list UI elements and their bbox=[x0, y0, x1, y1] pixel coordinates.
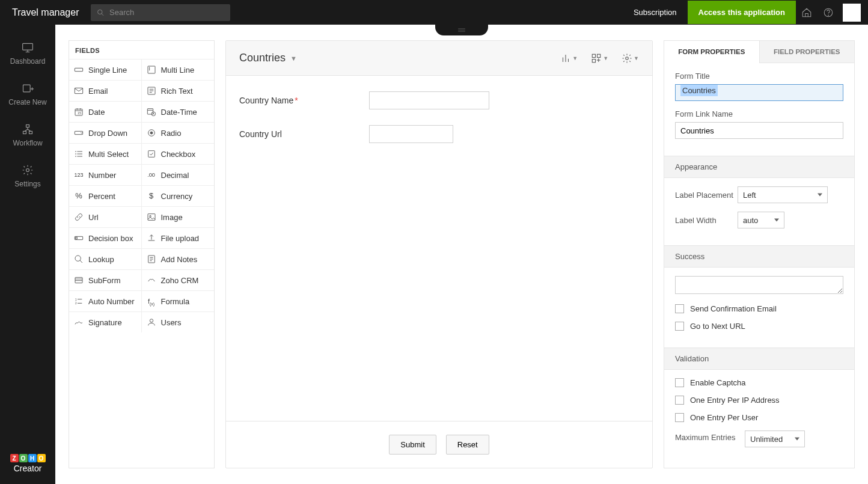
field-date[interactable]: 15Date bbox=[69, 101, 142, 122]
home-button[interactable] bbox=[796, 0, 818, 25]
textarea-success-message[interactable] bbox=[675, 276, 843, 294]
svg-rect-48 bbox=[148, 151, 154, 158]
svg-rect-70 bbox=[592, 54, 595, 57]
svg-line-1 bbox=[102, 13, 103, 15]
input-country-url[interactable] bbox=[369, 125, 453, 143]
percent-icon: % bbox=[74, 191, 84, 201]
nav-settings[interactable]: Settings bbox=[0, 156, 55, 197]
svg-text:2: 2 bbox=[75, 302, 77, 305]
date-icon: 15 bbox=[74, 107, 84, 117]
field-add-notes[interactable]: Add Notes bbox=[142, 248, 215, 269]
svg-rect-11 bbox=[23, 131, 26, 133]
svg-rect-39 bbox=[75, 131, 82, 134]
svg-rect-4 bbox=[23, 43, 33, 50]
checkbox-one-entry-ip[interactable] bbox=[675, 396, 684, 405]
drag-handle[interactable] bbox=[435, 25, 488, 35]
gear-icon bbox=[622, 53, 632, 64]
app-title: Travel manager bbox=[12, 7, 79, 18]
canvas-body[interactable]: Country Name* Country Url bbox=[226, 76, 652, 421]
checkbox-enable-captcha[interactable] bbox=[675, 378, 684, 387]
field-zoho-crm[interactable]: Zoho CRM bbox=[142, 269, 215, 290]
field-multi-select[interactable]: Multi Select bbox=[69, 143, 142, 164]
field-decimal[interactable]: .00Decimal bbox=[142, 164, 215, 185]
svg-rect-72 bbox=[592, 59, 595, 62]
form-row-country-name[interactable]: Country Name* bbox=[239, 91, 639, 109]
decision-box-icon bbox=[74, 233, 84, 243]
tab-form-properties[interactable]: FORM PROPERTIES bbox=[664, 41, 760, 63]
svg-text:1: 1 bbox=[75, 298, 77, 301]
input-form-link-name[interactable] bbox=[675, 122, 843, 139]
subform-icon bbox=[74, 275, 84, 285]
search-box[interactable] bbox=[91, 4, 230, 21]
nav-dashboard[interactable]: Dashboard bbox=[0, 33, 55, 74]
field-email[interactable]: Email bbox=[69, 80, 142, 101]
field-date-time[interactable]: Date-Time bbox=[142, 101, 215, 122]
field-number[interactable]: 123Number bbox=[69, 164, 142, 185]
label-enable-captcha: Enable Captcha bbox=[690, 378, 746, 387]
number-icon: 123 bbox=[74, 170, 84, 180]
tab-field-properties[interactable]: FIELD PROPERTIES bbox=[760, 41, 855, 63]
search-icon bbox=[97, 8, 105, 17]
field-auto-number[interactable]: 12Auto Number bbox=[69, 290, 142, 311]
submit-button[interactable]: Submit bbox=[389, 435, 436, 455]
field-file-upload[interactable]: File upload bbox=[142, 227, 215, 248]
checkbox-icon bbox=[147, 149, 156, 159]
create-new-icon bbox=[21, 82, 34, 94]
svg-rect-22 bbox=[148, 66, 155, 73]
form-row-country-url[interactable]: Country Url bbox=[239, 125, 639, 143]
canvas-header: Countries ▼ ▼ ▼ ▼ bbox=[226, 41, 652, 76]
field-radio[interactable]: Radio bbox=[142, 122, 215, 143]
add-notes-icon bbox=[147, 254, 156, 264]
canvas-title[interactable]: Countries bbox=[239, 52, 286, 64]
subscription-link[interactable]: Subscription bbox=[623, 8, 688, 17]
field-formula[interactable]: f(x)Formula bbox=[142, 290, 215, 311]
search-input[interactable] bbox=[109, 8, 224, 17]
help-button[interactable] bbox=[818, 0, 839, 25]
field-drop-down[interactable]: Drop Down bbox=[69, 122, 142, 143]
field-url[interactable]: Url bbox=[69, 206, 142, 227]
input-form-title[interactable]: Countries bbox=[675, 84, 843, 101]
field-multi-line[interactable]: Multi Line bbox=[142, 59, 215, 80]
email-icon bbox=[74, 86, 84, 96]
user-avatar[interactable] bbox=[843, 4, 861, 22]
field-users[interactable]: Users bbox=[142, 311, 215, 332]
layout-button[interactable]: ▼ bbox=[591, 53, 608, 64]
field-image[interactable]: Image bbox=[142, 206, 215, 227]
currency-icon: $ bbox=[147, 191, 156, 201]
field-lookup[interactable]: Lookup bbox=[69, 248, 142, 269]
label-form-link-name: Form Link Name bbox=[675, 109, 843, 118]
field-subform[interactable]: SubForm bbox=[69, 269, 142, 290]
svg-point-75 bbox=[626, 57, 629, 60]
checkbox-confirmation-email[interactable] bbox=[675, 304, 684, 313]
field-decision-box[interactable]: Decision box bbox=[69, 227, 142, 248]
field-checkbox[interactable]: Checkbox bbox=[142, 143, 215, 164]
select-label-width[interactable]: auto bbox=[738, 212, 784, 228]
section-appearance: Appearance bbox=[664, 156, 854, 178]
field-percent[interactable]: %Percent bbox=[69, 185, 142, 206]
nav-create-new[interactable]: Create New bbox=[0, 74, 55, 115]
field-currency[interactable]: $Currency bbox=[142, 185, 215, 206]
svg-point-16 bbox=[26, 169, 29, 172]
svg-rect-7 bbox=[23, 85, 31, 92]
access-application-button[interactable]: Access this application bbox=[688, 1, 796, 24]
url-icon bbox=[74, 212, 84, 222]
select-label-placement[interactable]: Left bbox=[738, 186, 828, 203]
svg-rect-20 bbox=[75, 68, 82, 71]
chart-view-button[interactable]: ▼ bbox=[560, 53, 578, 64]
field-single-line[interactable]: Single Line bbox=[69, 59, 142, 80]
checkbox-one-entry-user[interactable] bbox=[675, 413, 684, 422]
reset-button[interactable]: Reset bbox=[446, 435, 489, 455]
field-signature[interactable]: Signature bbox=[69, 311, 142, 332]
svg-rect-34 bbox=[147, 109, 153, 114]
nav-workflow[interactable]: Workflow bbox=[0, 115, 55, 156]
settings-button[interactable]: ▼ bbox=[622, 53, 639, 64]
label-max-entries: Maximum Entries bbox=[675, 433, 738, 442]
svg-line-54 bbox=[80, 260, 82, 263]
home-icon bbox=[801, 7, 812, 18]
form-canvas: Countries ▼ ▼ ▼ ▼ Country Name* Country … bbox=[225, 40, 653, 468]
chevron-down-icon[interactable]: ▼ bbox=[290, 55, 297, 62]
input-country-name[interactable] bbox=[369, 91, 489, 109]
field-rich-text[interactable]: Rich Text bbox=[142, 80, 215, 101]
checkbox-go-next-url[interactable] bbox=[675, 322, 684, 331]
select-max-entries[interactable]: Unlimited bbox=[745, 430, 805, 447]
